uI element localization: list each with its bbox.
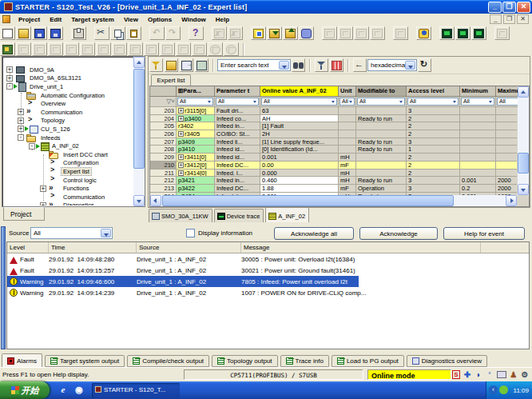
tree-item[interactable]: - A_INF_02: [3, 142, 133, 150]
col-text[interactable]: Parameter t: [215, 86, 260, 97]
col-level[interactable]: Level: [7, 242, 49, 253]
toolbar-button[interactable]: [354, 26, 369, 40]
document-tab[interactable]: Device trace: [214, 209, 264, 222]
expand-param-icon[interactable]: +: [178, 154, 184, 160]
output-tab[interactable]: Load to PG output: [332, 355, 404, 367]
toolbar-button[interactable]: [455, 26, 470, 40]
tree-expand-icon[interactable]: -: [29, 143, 35, 150]
user-status-icon[interactable]: ♟: [510, 370, 518, 379]
output-tab[interactable]: Diagnostics overview: [407, 355, 487, 367]
filter-funnel-icon[interactable]: ▽˅: [150, 97, 177, 107]
dropdown-arrow-icon[interactable]: [279, 61, 289, 70]
tree-item[interactable]: + Topology: [3, 117, 133, 126]
scroll-up-icon[interactable]: [133, 57, 145, 68]
toolbar-button[interactable]: [165, 26, 181, 40]
toolbar-button[interactable]: [393, 26, 408, 40]
toolbar-button[interactable]: [144, 42, 159, 56]
tree-item[interactable]: Communication: [3, 193, 133, 201]
toolbar-button[interactable]: [338, 26, 353, 40]
scroll-left-icon[interactable]: [150, 195, 161, 206]
toolbar-button[interactable]: [32, 26, 47, 40]
display-mode-combobox[interactable]: hexadecimal: [367, 59, 417, 71]
restore-button[interactable]: ❐: [502, 2, 516, 13]
filter-combo[interactable]: All: [339, 98, 355, 106]
toolbar-button[interactable]: [94, 26, 109, 40]
col-value[interactable]: Online value A_INF_02: [260, 86, 339, 97]
refresh-icon[interactable]: [418, 58, 431, 72]
filter-icon[interactable]: [315, 58, 328, 72]
document-tab[interactable]: SMO_30A_11KW: [149, 209, 212, 222]
source-combobox[interactable]: All: [30, 227, 113, 239]
tree-item[interactable]: + Communication: [3, 108, 133, 117]
acknowledge-button[interactable]: Acknowledge: [359, 227, 438, 240]
expand-param-icon[interactable]: +: [178, 170, 184, 176]
tree-item[interactable]: + CU_S_126: [3, 125, 133, 134]
tree-expand-icon[interactable]: +: [6, 75, 13, 82]
menu-item[interactable]: Options: [143, 15, 177, 24]
col-param[interactable]: ⊞Para...: [177, 86, 215, 97]
toolbar-button[interactable]: [128, 42, 143, 56]
ie-quicklaunch-icon[interactable]: e: [58, 384, 69, 395]
grid-vscrollbar[interactable]: [518, 86, 529, 195]
output-tab[interactable]: Topology output: [212, 355, 278, 367]
toolbar-button[interactable]: [71, 26, 86, 40]
toolbar-button[interactable]: [370, 26, 385, 40]
tree-expand-icon[interactable]: +: [18, 109, 24, 115]
panel-drag-handle[interactable]: [1, 226, 6, 349]
menu-item[interactable]: Project: [14, 15, 45, 24]
tools-icon[interactable]: ⚙: [521, 370, 529, 379]
tree-item[interactable]: - Infeeds: [3, 134, 133, 142]
parameter-row[interactable]: 213 +p3422 Infeed DC... 1.88 mF Operatio…: [150, 185, 517, 193]
document-tab[interactable]: A_INF_02: [265, 207, 309, 222]
tree-expand-icon[interactable]: -: [6, 83, 13, 90]
toolbar-button[interactable]: [64, 42, 79, 56]
filter-toolbar-icon[interactable]: [149, 58, 163, 72]
toolbar-button[interactable]: [416, 26, 431, 40]
parameter-row[interactable]: 204 +p3400 Infeed co... AH Ready to run …: [150, 115, 517, 123]
expand-param-icon[interactable]: +: [178, 116, 184, 122]
parameter-row[interactable]: 208 +p3410 Infeed id... [0] Identificati…: [150, 146, 517, 154]
language-icon[interactable]: ✚: [463, 370, 471, 379]
toolbar-button[interactable]: [471, 26, 486, 40]
output-tab[interactable]: Alarms: [2, 353, 42, 368]
expand-param-icon[interactable]: +: [178, 108, 184, 114]
tree-item[interactable]: + Diagnostics: [3, 201, 133, 206]
tree-item[interactable]: Control logic: [3, 176, 133, 185]
toolbar-button[interactable]: [224, 42, 239, 56]
col-message[interactable]: Message: [241, 242, 481, 253]
output-tab[interactable]: Compile/check output: [127, 355, 209, 367]
filter-combo[interactable]: All: [461, 98, 494, 106]
toolbar-button[interactable]: [0, 42, 15, 56]
minimize-button[interactable]: _: [488, 2, 502, 13]
tree-expand-icon[interactable]: +: [18, 126, 24, 132]
ime-icon[interactable]: S: [452, 370, 460, 379]
toolbar-button[interactable]: [0, 26, 15, 40]
help-for-event-button[interactable]: Help for event: [443, 227, 525, 240]
project-tab[interactable]: Project: [3, 207, 45, 221]
dropdown-arrow-icon[interactable]: [101, 229, 111, 237]
tree-expand-icon[interactable]: +: [6, 66, 13, 73]
toolbar-button[interactable]: [283, 26, 298, 40]
tree-item[interactable]: Overview: [3, 99, 133, 108]
scroll-down-icon[interactable]: [518, 184, 529, 195]
filter-combo[interactable]: All: [357, 98, 405, 106]
menu-item[interactable]: Edit: [45, 15, 66, 24]
toolbar-button[interactable]: [267, 26, 282, 40]
alarm-row[interactable]: Fault 29.01.92 14:09:48:280 Drive_unit_1…: [7, 253, 529, 265]
toolbar-button[interactable]: [228, 26, 243, 40]
acknowledge-all-button[interactable]: Acknowledge all: [274, 227, 354, 240]
toolbar-button[interactable]: [16, 26, 31, 40]
toolbar-button[interactable]: [208, 42, 223, 56]
alarm-row[interactable]: Warning 29.01.92 14:09:14:239 Drive_unit…: [7, 287, 529, 298]
toolbar-button[interactable]: [126, 26, 141, 40]
toolbar-button[interactable]: [439, 26, 455, 40]
parameter-row[interactable]: 207 +p3409 Infeed li... [1] Line supply …: [150, 138, 517, 146]
toolbar-button[interactable]: [192, 42, 207, 56]
toolbar-button[interactable]: [48, 42, 63, 56]
tree-item[interactable]: + DMO_9A_6SL3121: [3, 74, 133, 83]
scroll-down-icon[interactable]: [133, 195, 145, 206]
parameter-row[interactable]: 206 +r3405 CO/BO: St... 2H 2: [150, 130, 517, 138]
tree-item[interactable]: Automatic Configuration: [3, 91, 133, 100]
col-time[interactable]: Time: [49, 242, 137, 253]
toolbar-button[interactable]: [96, 42, 111, 56]
